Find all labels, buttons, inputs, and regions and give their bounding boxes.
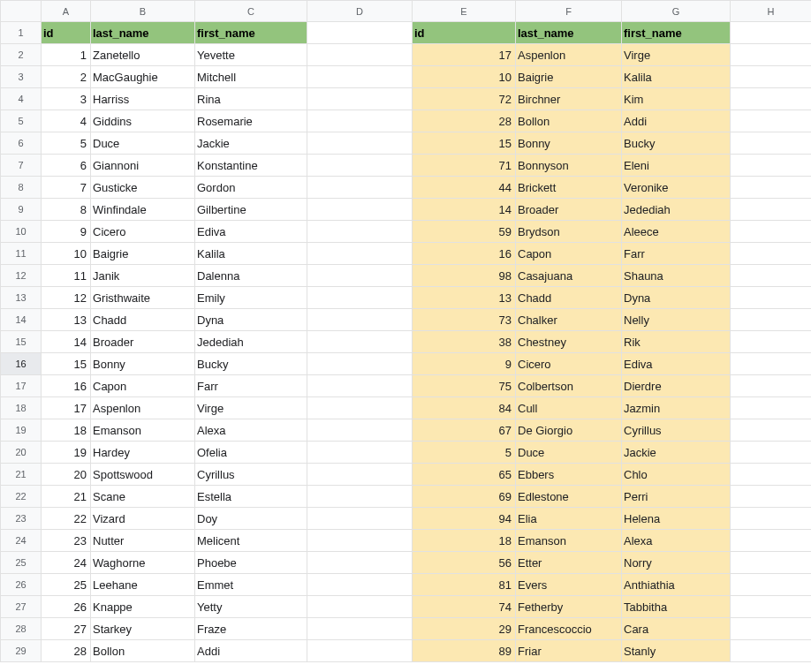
cell-D12[interactable]	[307, 265, 413, 287]
row-header-20[interactable]: 20	[1, 442, 42, 464]
cell-D2[interactable]	[307, 44, 413, 66]
cell-E16[interactable]: 9	[413, 353, 516, 375]
cell-G13[interactable]: Dyna	[622, 287, 731, 309]
cell-G17[interactable]: Dierdre	[622, 375, 731, 397]
cell-G11[interactable]: Farr	[622, 243, 731, 265]
cell-F21[interactable]: Ebbers	[516, 464, 622, 486]
cell-C22[interactable]: Estella	[195, 486, 307, 508]
cell-E25[interactable]: 56	[413, 552, 516, 574]
row-header-28[interactable]: 28	[1, 618, 42, 640]
cell-E13[interactable]: 13	[413, 287, 516, 309]
cell-C3[interactable]: Mitchell	[195, 66, 307, 88]
cell-B18[interactable]: Aspenlon	[91, 397, 195, 419]
cell-C20[interactable]: Ofelia	[195, 442, 307, 464]
cell-H3[interactable]	[731, 66, 811, 88]
cell-H21[interactable]	[731, 464, 811, 486]
cell-B10[interactable]: Cicero	[91, 221, 195, 243]
cell-E9[interactable]: 14	[413, 199, 516, 221]
cell-A23[interactable]: 22	[42, 508, 91, 530]
cell-A2[interactable]: 1	[42, 44, 91, 66]
cell-A6[interactable]: 5	[42, 132, 91, 155]
cell-E26[interactable]: 81	[413, 574, 516, 596]
row-header-4[interactable]: 4	[1, 88, 42, 110]
cell-H2[interactable]	[731, 44, 811, 66]
cell-A5[interactable]: 4	[42, 110, 91, 132]
cell-D21[interactable]	[307, 464, 413, 486]
cell-D8[interactable]	[307, 177, 413, 199]
cell-D26[interactable]	[307, 574, 413, 596]
cell-F1[interactable]: last_name	[516, 22, 622, 44]
cell-G3[interactable]: Kalila	[622, 66, 731, 88]
cell-H12[interactable]	[731, 265, 811, 287]
cell-C10[interactable]: Ediva	[195, 221, 307, 243]
cell-F6[interactable]: Bonny	[516, 132, 622, 155]
col-header-G[interactable]: G	[622, 1, 731, 22]
cell-E24[interactable]: 18	[413, 530, 516, 552]
row-header-9[interactable]: 9	[1, 199, 42, 221]
row-header-8[interactable]: 8	[1, 177, 42, 199]
row-header-27[interactable]: 27	[1, 596, 42, 618]
cell-B21[interactable]: Spottswood	[91, 464, 195, 486]
cell-E19[interactable]: 67	[413, 419, 516, 442]
cell-F29[interactable]: Friar	[516, 640, 622, 662]
cell-C13[interactable]: Emily	[195, 287, 307, 309]
cell-E11[interactable]: 16	[413, 243, 516, 265]
cell-G19[interactable]: Cyrillus	[622, 419, 731, 442]
cell-A25[interactable]: 24	[42, 552, 91, 574]
cell-G18[interactable]: Jazmin	[622, 397, 731, 419]
cell-C26[interactable]: Emmet	[195, 574, 307, 596]
cell-H8[interactable]	[731, 177, 811, 199]
cell-A24[interactable]: 23	[42, 530, 91, 552]
cell-G10[interactable]: Aleece	[622, 221, 731, 243]
cell-B22[interactable]: Scane	[91, 486, 195, 508]
cell-C5[interactable]: Rosemarie	[195, 110, 307, 132]
cell-F14[interactable]: Chalker	[516, 309, 622, 331]
cell-G5[interactable]: Addi	[622, 110, 731, 132]
cell-C6[interactable]: Jackie	[195, 132, 307, 155]
cell-E20[interactable]: 5	[413, 442, 516, 464]
row-header-6[interactable]: 6	[1, 132, 42, 155]
cell-C1[interactable]: first_name	[195, 22, 307, 44]
cell-B24[interactable]: Nutter	[91, 530, 195, 552]
cell-C23[interactable]: Doy	[195, 508, 307, 530]
cell-G8[interactable]: Veronike	[622, 177, 731, 199]
cell-C8[interactable]: Gordon	[195, 177, 307, 199]
cell-C17[interactable]: Farr	[195, 375, 307, 397]
cell-E18[interactable]: 84	[413, 397, 516, 419]
cell-G21[interactable]: Chlo	[622, 464, 731, 486]
row-header-29[interactable]: 29	[1, 640, 42, 662]
cell-G22[interactable]: Perri	[622, 486, 731, 508]
cell-H22[interactable]	[731, 486, 811, 508]
cell-A10[interactable]: 9	[42, 221, 91, 243]
cell-G24[interactable]: Alexa	[622, 530, 731, 552]
cell-H25[interactable]	[731, 552, 811, 574]
cell-H9[interactable]	[731, 199, 811, 221]
cell-D27[interactable]	[307, 596, 413, 618]
spreadsheet-grid[interactable]: ABCDEFGH1idlast_namefirst_nameidlast_nam…	[0, 0, 811, 662]
cell-B7[interactable]: Giannoni	[91, 155, 195, 177]
cell-H26[interactable]	[731, 574, 811, 596]
cell-G9[interactable]: Jedediah	[622, 199, 731, 221]
corner-select-all[interactable]	[1, 1, 42, 22]
cell-H24[interactable]	[731, 530, 811, 552]
cell-E2[interactable]: 17	[413, 44, 516, 66]
cell-F27[interactable]: Fetherby	[516, 596, 622, 618]
col-header-F[interactable]: F	[516, 1, 622, 22]
cell-E21[interactable]: 65	[413, 464, 516, 486]
cell-H10[interactable]	[731, 221, 811, 243]
cell-G4[interactable]: Kim	[622, 88, 731, 110]
cell-D24[interactable]	[307, 530, 413, 552]
cell-B6[interactable]: Duce	[91, 132, 195, 155]
cell-F10[interactable]: Brydson	[516, 221, 622, 243]
cell-A12[interactable]: 11	[42, 265, 91, 287]
cell-C11[interactable]: Kalila	[195, 243, 307, 265]
cell-F24[interactable]: Emanson	[516, 530, 622, 552]
cell-A15[interactable]: 14	[42, 331, 91, 353]
cell-B2[interactable]: Zanetello	[91, 44, 195, 66]
row-header-23[interactable]: 23	[1, 508, 42, 530]
row-header-17[interactable]: 17	[1, 375, 42, 397]
cell-F26[interactable]: Evers	[516, 574, 622, 596]
cell-G25[interactable]: Norry	[622, 552, 731, 574]
cell-B4[interactable]: Harriss	[91, 88, 195, 110]
cell-E8[interactable]: 44	[413, 177, 516, 199]
